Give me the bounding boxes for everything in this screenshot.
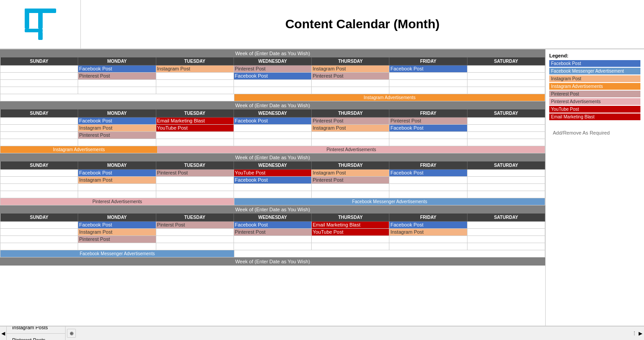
day-header: THURSDAY <box>312 161 389 170</box>
day-cell <box>312 243 389 250</box>
day-cell <box>156 191 234 198</box>
day-cell <box>0 87 78 94</box>
day-cell: Pinterst Post <box>156 222 234 229</box>
day-header: FRIDAY <box>389 214 467 222</box>
content-row: Facebook PostEmail Marketing BlastFacebo… <box>0 118 545 125</box>
day-cell <box>468 65 545 73</box>
day-cell <box>0 191 78 198</box>
day-cell <box>0 243 78 250</box>
tab-item[interactable]: Pinterest Posts <box>6 333 66 340</box>
day-cell <box>312 184 389 191</box>
legend-panel: Legend: Facebook PostFacebook Messenger … <box>545 49 644 326</box>
day-cell <box>468 170 545 177</box>
day-cell <box>78 139 156 146</box>
day-cell: Instagram Post <box>312 125 389 132</box>
day-cell <box>156 73 234 80</box>
day-cell <box>234 243 312 250</box>
day-cell: Pinterest Post <box>78 132 156 139</box>
tabs-bar: ◀ Content CalendarAdvertisingFacebook Po… <box>0 326 644 340</box>
day-cell <box>156 184 234 191</box>
day-cell <box>0 184 78 191</box>
day-cell: Pinterest Post <box>389 118 467 125</box>
day-header: SATURDAY <box>468 214 545 222</box>
day-cell <box>0 132 78 139</box>
day-cell <box>468 73 545 80</box>
day-cell: Pinterest Post <box>78 236 156 243</box>
day-cell: Facebook Post <box>78 118 156 125</box>
ad-span: Pinterest Advertisements <box>0 198 234 205</box>
day-header: FRIDAY <box>389 109 467 118</box>
day-cell <box>234 87 312 94</box>
day-cell <box>0 65 78 73</box>
day-cell <box>0 170 78 177</box>
day-cell <box>468 236 545 243</box>
day-header: THURSDAY <box>312 214 389 222</box>
svg-rect-1 <box>25 9 29 29</box>
day-header: THURSDAY <box>312 109 389 118</box>
ad-span <box>0 94 234 101</box>
day-header: SATURDAY <box>468 161 545 170</box>
tab-scroll-icon[interactable]: ⋮ <box>632 331 637 336</box>
day-cell: Pinterest Post <box>156 170 234 177</box>
day-cell <box>468 132 545 139</box>
content-row <box>0 80 545 87</box>
legend-item: Facebook Messenger Advertisement <box>549 68 640 74</box>
day-cell <box>0 80 78 87</box>
day-header: WEDNESDAY <box>234 161 312 170</box>
day-cell <box>156 80 234 87</box>
legend-item: YouTube Post <box>549 106 640 113</box>
day-header: SUNDAY <box>0 109 78 118</box>
add-tab-button[interactable]: ⊕ <box>67 329 76 338</box>
day-cell: YouTube Post <box>234 170 312 177</box>
day-cell <box>312 191 389 198</box>
day-header: SATURDAY <box>468 109 545 118</box>
day-header: MONDAY <box>78 109 156 118</box>
ad-span: Pinterest Advertisements <box>158 146 545 153</box>
content-row <box>0 243 545 250</box>
content-row: Facebook PostPinterst PostFacebook PostE… <box>0 222 545 229</box>
day-cell <box>468 184 545 191</box>
day-cell <box>234 139 312 146</box>
day-cell <box>468 80 545 87</box>
day-cell: Pinterest Post <box>78 73 156 80</box>
day-header: TUESDAY <box>156 109 234 118</box>
day-header: SUNDAY <box>0 214 78 222</box>
day-cell <box>468 177 545 184</box>
tabs-right: ⋮ ▶ <box>632 331 644 336</box>
day-cell: Facebook Post <box>234 177 312 184</box>
day-cell <box>389 243 467 250</box>
day-cell <box>468 139 545 146</box>
week5-header: Week of (Enter Date as You Wish) <box>0 257 545 266</box>
day-cell <box>312 236 389 243</box>
day-cell: Pinterest Post <box>234 65 312 73</box>
day-cell <box>156 87 234 94</box>
day-cell <box>234 184 312 191</box>
day-header: SATURDAY <box>468 57 545 65</box>
week-header: Week of (Enter Date as You Wish) <box>0 49 545 57</box>
content-row <box>0 139 545 146</box>
day-cell <box>468 243 545 250</box>
legend-item: Pinterest Post <box>549 91 640 97</box>
day-headers-row: SUNDAYMONDAYTUESDAYWEDNESDAYTHURSDAYFRID… <box>0 161 545 170</box>
ad-row: Instagram AdvertisementsPinterest Advert… <box>0 146 545 153</box>
tab-nav-right[interactable]: ▶ <box>639 331 642 336</box>
svg-rect-3 <box>25 29 43 32</box>
day-cell: Facebook Post <box>389 125 467 132</box>
day-cell <box>468 118 545 125</box>
day-cell <box>312 132 389 139</box>
day-cell <box>156 236 234 243</box>
tab-item[interactable]: Instagram Posts <box>6 326 66 333</box>
day-header: FRIDAY <box>389 57 467 65</box>
content-row <box>0 184 545 191</box>
day-header: WEDNESDAY <box>234 214 312 222</box>
day-cell: Facebook Post <box>78 65 156 73</box>
tab-scroll-left[interactable]: ◀ <box>0 331 6 336</box>
day-cell <box>389 236 467 243</box>
day-cell <box>468 125 545 132</box>
day-cell: Facebook Post <box>389 65 467 73</box>
content-row <box>0 191 545 198</box>
day-cell <box>234 191 312 198</box>
day-header: WEDNESDAY <box>234 109 312 118</box>
day-header: SUNDAY <box>0 57 78 65</box>
week-header: Week of (Enter Date as You Wish) <box>0 101 545 109</box>
